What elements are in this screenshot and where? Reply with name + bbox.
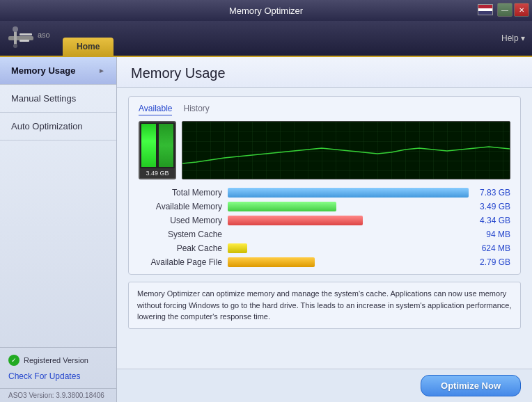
stat-value-total: 7.83 GB (474, 188, 510, 198)
sidebar-item-label: Memory Usage (11, 65, 75, 76)
tab-home[interactable]: Home (63, 38, 114, 56)
nav-tabs: Home (63, 38, 114, 56)
stat-value-used: 4.34 GB (474, 216, 510, 225)
stat-bar-container-pagefile (228, 257, 469, 267)
svg-point-2 (13, 26, 18, 32)
memory-card: Available History 3.49 GB (128, 96, 521, 275)
viz-area: 3.49 GB (139, 121, 510, 179)
flag-icon (478, 4, 493, 15)
title-bar: Memory Optimizer — ✕ (0, 0, 532, 21)
sidebar: Memory Usage ► Manual Settings Auto Opti… (0, 57, 117, 402)
window-controls: — ✕ (478, 3, 529, 17)
sidebar-item-memory-usage[interactable]: Memory Usage ► (0, 57, 116, 85)
history-graph: ~ (182, 121, 510, 179)
sidebar-item-auto-optimization[interactable]: Auto Optimization (0, 113, 116, 140)
main-layout: Memory Usage ► Manual Settings Auto Opti… (0, 57, 532, 402)
tab-available[interactable]: Available (139, 104, 172, 115)
ram-label: 3.49 GB (140, 168, 175, 178)
ram-visual: 3.49 GB (139, 121, 176, 179)
stat-bar-available (228, 202, 336, 211)
sidebar-arrow-0: ► (98, 67, 105, 74)
content-body: Available History 3.49 GB (117, 88, 532, 369)
version-label: ASO3 Version: 3.9.3800.18406 (0, 388, 116, 402)
window-title: Memory Optimizer (229, 6, 303, 16)
sidebar-bottom: ✓ Registered Version Check For Updates (0, 347, 116, 388)
nav-bar: aso Home Help ▾ (0, 21, 532, 57)
registered-icon: ✓ (8, 355, 19, 366)
sidebar-item-label: Auto Optimization (11, 121, 83, 131)
stat-row-pagefile: Available Page File 2.79 GB (139, 257, 510, 267)
stat-label-cache: System Cache (139, 230, 222, 239)
stat-label-total: Total Memory (139, 188, 222, 198)
stat-row-cache: System Cache 94 MB (139, 230, 510, 239)
help-button[interactable]: Help ▾ (501, 33, 525, 43)
sidebar-item-label: Manual Settings (11, 93, 76, 104)
ram-available-bar (159, 124, 173, 167)
stat-bar-container-peak (228, 243, 469, 253)
stat-label-pagefile: Available Page File (139, 257, 222, 267)
stat-bar-container-available (228, 202, 469, 211)
content-area: Memory Usage Available History 3.49 (117, 57, 532, 402)
svg-point-3 (13, 44, 17, 48)
bottom-bar: Optimize Now (117, 369, 532, 402)
check-updates-link[interactable]: Check For Updates (8, 371, 108, 381)
ram-used-bar (141, 124, 156, 167)
close-button[interactable]: ✕ (514, 3, 529, 17)
stat-bar-total (228, 188, 469, 198)
stat-bar-container-used (228, 216, 469, 225)
registered-row: ✓ Registered Version (8, 355, 108, 366)
svg-rect-4 (19, 33, 32, 35)
ram-chip (140, 122, 175, 168)
stat-row-total: Total Memory 7.83 GB (139, 188, 510, 198)
stat-row-used: Used Memory 4.34 GB (139, 216, 510, 225)
tab-history[interactable]: History (183, 104, 209, 115)
registered-label: Registered Version (24, 356, 88, 364)
stat-bar-pagefile (228, 257, 315, 267)
stat-row-peak: Peak Cache 624 MB (139, 243, 510, 253)
logo-label: aso (38, 31, 50, 39)
page-title: Memory Usage (131, 65, 518, 81)
sub-tabs: Available History (139, 104, 510, 115)
memory-stats: Total Memory 7.83 GB Available Memory 3.… (139, 188, 510, 267)
logo-icon (7, 24, 35, 51)
stat-label-available: Available Memory (139, 202, 222, 211)
sidebar-item-manual-settings[interactable]: Manual Settings (0, 85, 116, 113)
stat-value-pagefile: 2.79 GB (474, 257, 510, 267)
app-logo: aso (7, 24, 50, 51)
stat-value-available: 3.49 GB (474, 202, 510, 211)
stat-label-peak: Peak Cache (139, 243, 222, 253)
stat-bar-peak (228, 243, 247, 253)
minimize-button[interactable]: — (497, 3, 513, 17)
stat-bar-used (228, 216, 363, 225)
stat-label-used: Used Memory (139, 216, 222, 225)
stat-bar-container-cache (228, 230, 469, 239)
stat-row-available: Available Memory 3.49 GB (139, 202, 510, 211)
stat-value-peak: 624 MB (474, 243, 510, 253)
content-header: Memory Usage (117, 57, 532, 88)
description-text: Memory Optimizer can optimize memory and… (128, 282, 521, 329)
svg-rect-5 (19, 40, 29, 42)
stat-bar-container-total (228, 188, 469, 198)
optimize-button[interactable]: Optimize Now (421, 375, 521, 396)
stat-value-cache: 94 MB (474, 230, 510, 239)
